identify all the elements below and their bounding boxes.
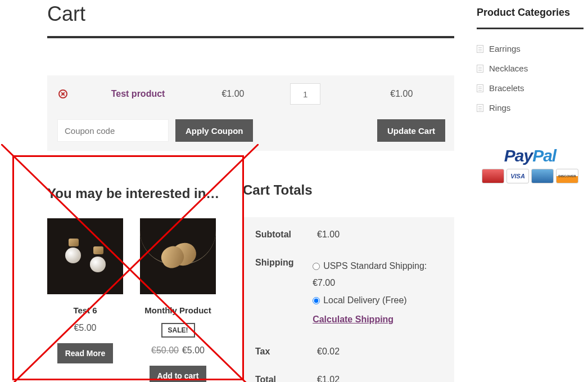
page-title: Cart [47,0,454,26]
sidebar-heading: Product Categories [477,7,584,19]
shipping-option-local[interactable]: Local Delivery (Free) [313,295,406,305]
category-list: Earrings Necklaces Bracelets Rings [477,44,584,113]
category-item-rings[interactable]: Rings [477,103,584,113]
remove-item-icon[interactable] [58,89,67,98]
category-item-earrings[interactable]: Earrings [477,44,584,53]
sidebar-divider [477,28,584,29]
discover-icon: DISCOVER [556,169,578,183]
document-icon [477,84,483,92]
shipping-option-usps[interactable]: USPS Standard Shipping: €7.00 [313,261,427,287]
document-icon [477,104,483,112]
product-card: Monthly Product SALE! €50.00€5.00 Add to… [140,218,216,382]
sale-price: €5.00 [182,345,205,355]
amex-icon [531,169,554,183]
cart-item-price: €1.00 [221,89,290,99]
shipping-radio-usps[interactable] [313,263,320,270]
cart-table: Test product €1.00 €1.00 Apply Coupon Up… [47,75,454,151]
category-link: Earrings [489,44,521,53]
shipping-option-local-text: Local Delivery (Free) [323,295,406,305]
mastercard-icon [482,169,504,183]
subtotal-label: Subtotal [255,230,317,240]
cart-actions-row: Apply Coupon Update Cart [47,113,454,151]
read-more-button[interactable]: Read More [57,343,114,363]
title-divider [47,36,454,38]
tax-label: Tax [255,347,317,357]
cart-totals-table: Subtotal €1.00 Shipping USPS Standard Sh… [243,217,454,382]
shipping-radio-local[interactable] [313,297,320,304]
shipping-option-usps-text: USPS Standard Shipping: €7.00 [313,261,427,287]
tax-value: €0.02 [317,347,340,357]
product-price: €50.00€5.00 [140,345,216,356]
product-title: Test 6 [47,305,123,315]
coupon-input[interactable] [57,119,169,142]
quantity-input[interactable] [290,83,320,105]
paypal-logo: PayPal [477,146,584,165]
cross-sells-heading: You may be interested in… [47,186,220,201]
product-image[interactable] [47,218,123,294]
visa-icon: VISA [506,169,529,183]
cross-sells-section: You may be interested in… Test 6 €5.00 R… [47,186,220,382]
category-link: Rings [489,103,510,113]
total-value: €1.02 [317,375,340,382]
product-image[interactable] [140,218,216,294]
calculate-shipping-link[interactable]: Calculate Shipping [313,311,393,328]
payment-cards: VISA DISCOVER [477,169,584,183]
product-title: Monthly Product [140,305,216,315]
update-cart-button[interactable]: Update Cart [377,119,445,142]
apply-coupon-button[interactable]: Apply Coupon [175,119,253,142]
cart-totals-section: Cart Totals Subtotal €1.00 Shipping USPS… [243,186,454,382]
subtotal-value: €1.00 [317,230,340,240]
cart-product-link[interactable]: Test product [111,89,165,98]
sidebar: Product Categories Earrings Necklaces Br… [477,0,584,382]
cart-totals-heading: Cart Totals [243,182,454,198]
product-card: Test 6 €5.00 Read More [47,218,123,382]
total-label: Total [255,375,317,382]
category-item-necklaces[interactable]: Necklaces [477,64,584,73]
cart-row: Test product €1.00 €1.00 [47,75,454,113]
old-price: €50.00 [151,345,179,355]
category-link: Bracelets [489,83,524,93]
category-item-bracelets[interactable]: Bracelets [477,83,584,93]
add-to-cart-button[interactable]: Add to cart [150,366,207,382]
document-icon [477,65,483,73]
document-icon [477,45,483,53]
product-price: €5.00 [47,323,123,333]
shipping-label: Shipping [255,258,313,329]
cart-item-total: €1.00 [390,89,443,99]
category-link: Necklaces [489,64,528,73]
paypal-block: PayPal VISA DISCOVER [477,146,584,183]
sale-badge: SALE! [161,323,195,338]
